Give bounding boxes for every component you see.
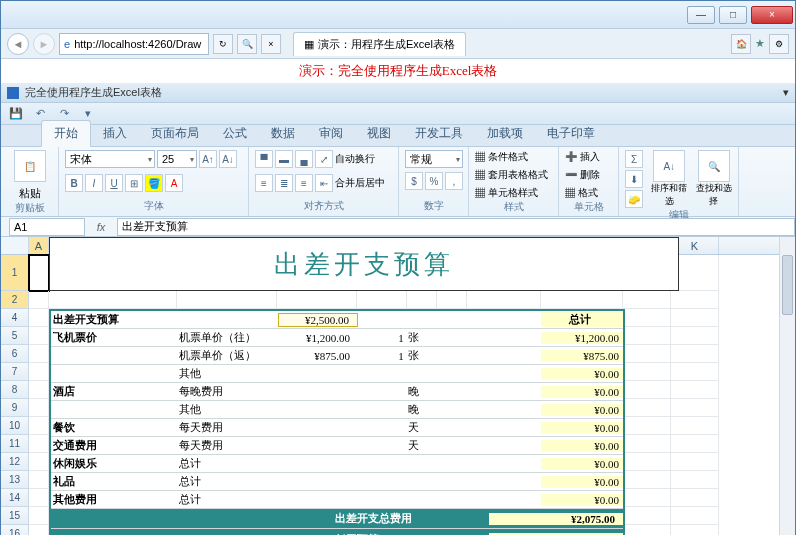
- fill-color-icon[interactable]: 🪣: [145, 174, 163, 192]
- italic-icon[interactable]: I: [85, 174, 103, 192]
- row-header-2[interactable]: 2: [1, 291, 29, 309]
- home-button[interactable]: 🏠: [731, 34, 751, 54]
- currency-icon[interactable]: $: [405, 172, 423, 190]
- ribbon-tab-3[interactable]: 公式: [211, 121, 259, 146]
- bold-icon[interactable]: B: [65, 174, 83, 192]
- vertical-scrollbar[interactable]: [779, 237, 795, 535]
- forward-button[interactable]: ►: [33, 33, 55, 55]
- qty[interactable]: 1: [358, 332, 408, 344]
- row-header-8[interactable]: 8: [1, 381, 29, 399]
- refresh-button[interactable]: ↻: [213, 34, 233, 54]
- cell-A13[interactable]: [29, 471, 49, 489]
- row-header-7[interactable]: 7: [1, 363, 29, 381]
- format-cells-button[interactable]: ▦ 格式: [565, 186, 598, 200]
- percent-icon[interactable]: %: [425, 172, 443, 190]
- font-color-icon[interactable]: A: [165, 174, 183, 192]
- cell-A1[interactable]: [29, 255, 49, 291]
- window-close-button[interactable]: ×: [751, 6, 793, 24]
- formula-input[interactable]: 出差开支预算: [117, 218, 795, 236]
- row-header-1[interactable]: 1: [1, 255, 29, 291]
- window-minimize-button[interactable]: —: [687, 6, 715, 24]
- cell-A6[interactable]: [29, 345, 49, 363]
- align-mid-icon[interactable]: ▬: [275, 150, 293, 168]
- font-size-select[interactable]: 25: [157, 150, 197, 168]
- cell-styles-button[interactable]: ▦ 单元格样式: [475, 186, 538, 200]
- row-header-15[interactable]: 15: [1, 507, 29, 525]
- row-header-13[interactable]: 13: [1, 471, 29, 489]
- indent-dec-icon[interactable]: ⇤: [315, 174, 333, 192]
- back-button[interactable]: ◄: [7, 33, 29, 55]
- border-icon[interactable]: ⊞: [125, 174, 143, 192]
- name-box[interactable]: A1: [9, 218, 85, 236]
- align-bot-icon[interactable]: ▄: [295, 150, 313, 168]
- merge-center-button[interactable]: 合并后居中: [335, 176, 385, 190]
- increase-font-icon[interactable]: A↑: [199, 150, 217, 168]
- app-help-icon[interactable]: ▾: [783, 86, 789, 99]
- ribbon-tab-4[interactable]: 数据: [259, 121, 307, 146]
- fill-icon[interactable]: ⬇: [625, 170, 643, 188]
- ribbon-tab-1[interactable]: 插入: [91, 121, 139, 146]
- row-header-12[interactable]: 12: [1, 453, 29, 471]
- favorites-icon[interactable]: ★: [755, 37, 765, 50]
- cell-A4[interactable]: [29, 309, 49, 327]
- ribbon-tab-7[interactable]: 开发工具: [403, 121, 475, 146]
- cell-A11[interactable]: [29, 435, 49, 453]
- qat-save-icon[interactable]: 💾: [7, 105, 25, 123]
- delete-cells-button[interactable]: ➖ 删除: [565, 168, 600, 182]
- ribbon-tab-6[interactable]: 视图: [355, 121, 403, 146]
- cell-A14[interactable]: [29, 489, 49, 507]
- align-left-icon[interactable]: ≡: [255, 174, 273, 192]
- find-select-icon[interactable]: 🔍: [698, 150, 730, 182]
- price[interactable]: ¥1,200.00: [278, 332, 358, 344]
- budget-amount-cell[interactable]: ¥2,500.00: [278, 313, 358, 327]
- insert-cells-button[interactable]: ➕ 插入: [565, 150, 600, 164]
- cell-A12[interactable]: [29, 453, 49, 471]
- autosum-icon[interactable]: Σ: [625, 150, 643, 168]
- price[interactable]: ¥875.00: [278, 350, 358, 362]
- underline-icon[interactable]: U: [105, 174, 123, 192]
- number-format-select[interactable]: 常规: [405, 150, 463, 168]
- wrap-text-button[interactable]: 自动换行: [335, 152, 375, 166]
- cell-A8[interactable]: [29, 381, 49, 399]
- clear-icon[interactable]: 🧽: [625, 190, 643, 208]
- row-header-9[interactable]: 9: [1, 399, 29, 417]
- ribbon-tab-5[interactable]: 审阅: [307, 121, 355, 146]
- select-all-corner[interactable]: [1, 237, 29, 254]
- row-header-4[interactable]: 4: [1, 309, 29, 327]
- stop-button[interactable]: ×: [261, 34, 281, 54]
- table-format-button[interactable]: ▦ 套用表格格式: [475, 168, 548, 182]
- search-button[interactable]: 🔍: [237, 34, 257, 54]
- cell-A5[interactable]: [29, 327, 49, 345]
- browser-tab[interactable]: ▦ 演示：用程序生成Excel表格: [293, 32, 466, 56]
- fx-icon[interactable]: fx: [91, 221, 111, 233]
- scrollbar-thumb[interactable]: [782, 255, 793, 315]
- address-bar[interactable]: e http://localhost:4260/Draw: [59, 33, 209, 55]
- row-header-16[interactable]: 16: [1, 525, 29, 535]
- window-maximize-button[interactable]: □: [719, 6, 747, 24]
- orientation-icon[interactable]: ⤢: [315, 150, 333, 168]
- cell-A2[interactable]: [29, 291, 49, 309]
- comma-icon[interactable]: ,: [445, 172, 463, 190]
- cell-A10[interactable]: [29, 417, 49, 435]
- row-header-5[interactable]: 5: [1, 327, 29, 345]
- align-right-icon[interactable]: ≡: [295, 174, 313, 192]
- col-header-A[interactable]: A: [29, 237, 49, 254]
- font-name-select[interactable]: 宋体: [65, 150, 155, 168]
- cell-A16[interactable]: [29, 525, 49, 535]
- ribbon-tab-9[interactable]: 电子印章: [535, 121, 607, 146]
- ribbon-tab-0[interactable]: 开始: [41, 120, 91, 147]
- paste-icon[interactable]: 📋: [14, 150, 46, 182]
- align-center-icon[interactable]: ≣: [275, 174, 293, 192]
- decrease-font-icon[interactable]: A↓: [219, 150, 237, 168]
- row-header-6[interactable]: 6: [1, 345, 29, 363]
- qty[interactable]: 1: [358, 350, 408, 362]
- cond-format-button[interactable]: ▦ 条件格式: [475, 150, 528, 164]
- cell-A15[interactable]: [29, 507, 49, 525]
- tools-button[interactable]: ⚙: [769, 34, 789, 54]
- align-top-icon[interactable]: ▀: [255, 150, 273, 168]
- sort-filter-icon[interactable]: A↓: [653, 150, 685, 182]
- ribbon-tab-8[interactable]: 加载项: [475, 121, 535, 146]
- row-header-10[interactable]: 10: [1, 417, 29, 435]
- ribbon-tab-2[interactable]: 页面布局: [139, 121, 211, 146]
- cell-A7[interactable]: [29, 363, 49, 381]
